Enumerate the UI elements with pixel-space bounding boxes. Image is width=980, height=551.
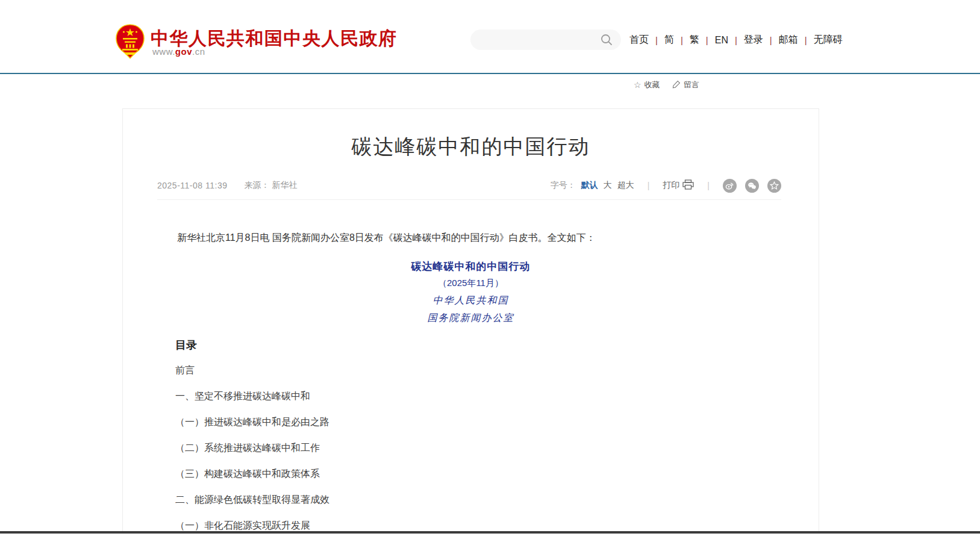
print-button[interactable]: 打印: [663, 179, 694, 191]
article-title: 碳达峰碳中和的中国行动: [123, 133, 819, 161]
document-issuer-office: 国务院新闻办公室: [123, 312, 819, 325]
nav-login[interactable]: 登录: [744, 34, 763, 46]
meta-separator: |: [707, 181, 710, 190]
nav-separator: |: [706, 35, 708, 45]
article-container: 碳达峰碳中和的中国行动 2025-11-08 11:39 来源： 新华社 字号：…: [122, 108, 819, 531]
toc-item: （一）非化石能源实现跃升发展: [175, 520, 329, 531]
site-url[interactable]: www.gov.cn: [152, 46, 205, 57]
nav-traditional[interactable]: 繁: [690, 34, 699, 46]
search-icon[interactable]: [600, 33, 613, 46]
star-share-icon[interactable]: [767, 179, 781, 193]
toc-item: （二）系统推进碳达峰碳中和工作: [175, 442, 329, 454]
table-of-contents: 前言 一、坚定不移推进碳达峰碳中和 （一）推进碳达峰碳中和是必由之路 （二）系统…: [175, 364, 329, 531]
document-issuer-country: 中华人民共和国: [123, 294, 819, 307]
share-icons: [723, 179, 781, 193]
weibo-share-icon[interactable]: [723, 179, 737, 193]
lead-paragraph: 新华社北京11月8日电 国务院新闻办公室8日发布《碳达峰碳中和的中国行动》白皮书…: [158, 230, 785, 246]
nav-accessibility[interactable]: 无障碍: [814, 34, 843, 46]
toc-item: （一）推进碳达峰碳中和是必由之路: [175, 416, 329, 428]
wechat-share-icon[interactable]: [745, 179, 759, 193]
nav-separator: |: [655, 35, 658, 45]
article-meta-left: 2025-11-08 11:39 来源： 新华社: [157, 180, 297, 191]
font-size-large[interactable]: 大: [604, 180, 612, 191]
meta-separator: |: [648, 181, 650, 190]
font-size-label: 字号：: [551, 180, 576, 191]
toc-item: 前言: [175, 364, 329, 376]
message-button[interactable]: 留言: [672, 79, 699, 90]
pencil-icon: [672, 80, 681, 90]
toc-item: （三）构建碳达峰碳中和政策体系: [175, 468, 329, 480]
nav-separator: |: [681, 35, 683, 45]
toc-item: 一、坚定不移推进碳达峰碳中和: [175, 390, 329, 402]
printer-icon: [682, 179, 694, 191]
national-emblem-icon[interactable]: [115, 24, 145, 59]
article-meta-right: 字号： 默认 大 超大 | 打印 |: [551, 179, 781, 193]
favorite-label: 收藏: [644, 79, 660, 90]
meta-divider: [157, 199, 781, 200]
nav-simplified[interactable]: 简: [664, 34, 674, 46]
search-input[interactable]: [480, 30, 601, 50]
nav-separator: |: [805, 35, 807, 45]
font-size-default[interactable]: 默认: [581, 180, 598, 191]
site-url-highlight: gov: [175, 46, 192, 57]
nav-home[interactable]: 首页: [629, 34, 649, 46]
source-value: 新华社: [272, 180, 297, 191]
site-url-suffix: .cn: [192, 46, 205, 57]
nav-mailbox[interactable]: 邮箱: [779, 34, 798, 46]
top-nav: 首页 | 简 | 繁 | EN | 登录 | 邮箱 | 无障碍: [629, 34, 843, 46]
publish-date: 2025-11-08 11:39: [157, 181, 227, 190]
print-label: 打印: [663, 180, 679, 191]
document-title: 碳达峰碳中和的中国行动: [123, 260, 819, 273]
font-size-xlarge[interactable]: 超大: [617, 180, 634, 191]
article-meta: 2025-11-08 11:39 来源： 新华社 字号： 默认 大 超大 | 打…: [157, 178, 781, 193]
site-url-prefix: www.: [152, 46, 175, 57]
source-label: 来源：: [244, 180, 269, 191]
message-label: 留言: [684, 79, 699, 90]
window-bottom-edge: [0, 531, 980, 534]
nav-separator: |: [735, 35, 737, 45]
nav-separator: |: [770, 35, 772, 45]
document-date: （2025年11月）: [123, 278, 819, 289]
nav-english[interactable]: EN: [715, 35, 728, 46]
header-divider: [0, 73, 980, 74]
toc-heading: 目录: [175, 338, 197, 352]
favorite-button[interactable]: ☆ 收藏: [634, 79, 660, 90]
search-box[interactable]: [470, 30, 621, 50]
star-icon: ☆: [634, 80, 641, 90]
toc-item: 二、能源绿色低碳转型取得显著成效: [175, 494, 329, 506]
